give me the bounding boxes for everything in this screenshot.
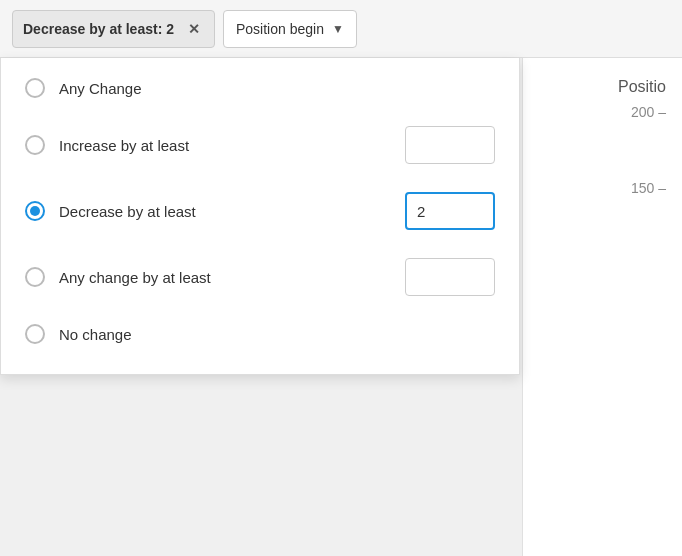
option-any-change: Any Change <box>25 78 495 98</box>
right-panel: Positio 200 – 150 – <box>522 58 682 556</box>
right-panel-value-200: 200 – <box>631 104 666 120</box>
position-dropdown-button[interactable]: Position begin ▼ <box>223 10 357 48</box>
input-any-change-least[interactable] <box>405 258 495 296</box>
option-decrease: Decrease by at least <box>25 192 495 230</box>
label-decrease: Decrease by at least <box>59 203 391 220</box>
option-any-change-least: Any change by at least <box>25 258 495 296</box>
filter-chip-label: Decrease by at least: 2 <box>23 21 174 37</box>
option-no-change: No change <box>25 324 495 344</box>
input-decrease[interactable] <box>405 192 495 230</box>
option-increase: Increase by at least <box>25 126 495 164</box>
label-increase: Increase by at least <box>59 137 391 154</box>
filter-chip-close-button[interactable]: ✕ <box>184 19 204 39</box>
radio-no-change[interactable] <box>25 324 45 344</box>
filter-dropdown-panel: Any Change Increase by at least Decrease… <box>0 58 520 375</box>
chevron-down-icon: ▼ <box>332 22 344 36</box>
radio-increase[interactable] <box>25 135 45 155</box>
radio-decrease[interactable] <box>25 201 45 221</box>
right-panel-value-150: 150 – <box>631 180 666 196</box>
input-increase[interactable] <box>405 126 495 164</box>
label-any-change-least: Any change by at least <box>59 269 391 286</box>
right-panel-label: Positio <box>618 78 666 96</box>
radio-any-change[interactable] <box>25 78 45 98</box>
radio-any-change-least[interactable] <box>25 267 45 287</box>
top-bar: Decrease by at least: 2 ✕ Position begin… <box>0 0 682 58</box>
filter-chip: Decrease by at least: 2 ✕ <box>12 10 215 48</box>
label-no-change: No change <box>59 326 495 343</box>
dropdown-label: Position begin <box>236 21 324 37</box>
label-any-change: Any Change <box>59 80 495 97</box>
